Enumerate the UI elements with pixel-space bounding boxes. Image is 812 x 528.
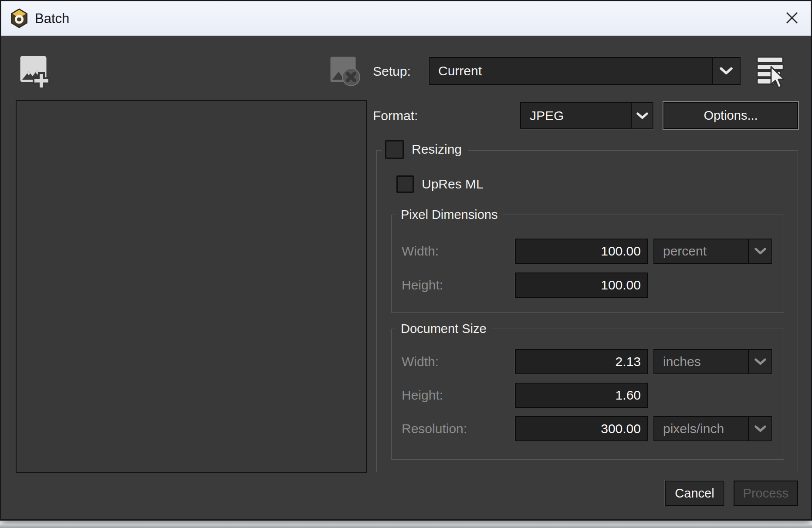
title-bar[interactable] (1, 1, 811, 36)
apply-preset-button[interactable] (754, 55, 788, 90)
page-bottom-edge (0, 525, 812, 528)
format-select-value: JPEG (521, 103, 631, 128)
chevron-down-icon (712, 58, 740, 84)
upres-legend: UpRes ML (393, 175, 490, 193)
options-button[interactable]: Options... (663, 102, 798, 129)
chevron-down-icon (748, 417, 771, 441)
resolution-label: Resolution: (402, 416, 511, 441)
chevron-down-icon (748, 350, 771, 373)
chevron-down-icon (748, 239, 771, 263)
doc-unit-value: inches (654, 350, 748, 373)
file-list-panel[interactable] (16, 100, 367, 473)
document-size-title: Document Size (396, 320, 492, 337)
doc-height-label: Height: (402, 383, 511, 408)
app-logo-icon (10, 8, 28, 28)
process-button: Process (734, 481, 798, 506)
resolution-unit-select[interactable]: pixels/inch (653, 416, 772, 441)
format-label: Format: (373, 102, 434, 129)
pixel-dimensions-title: Pixel Dimensions (396, 206, 503, 223)
remove-files-icon (330, 56, 363, 87)
close-icon (785, 11, 799, 25)
doc-unit-select[interactable]: inches (653, 349, 772, 374)
screenshot-root: Batch Setup: Current (0, 0, 812, 528)
setup-select[interactable]: Current (429, 57, 741, 85)
setup-select-value: Current (430, 58, 712, 84)
setup-label: Setup: (373, 58, 425, 85)
resolution-unit-value: pixels/inch (654, 417, 748, 441)
pixel-height-label: Height: (402, 272, 506, 298)
chevron-down-icon (631, 103, 653, 128)
upres-ml-checkbox[interactable] (396, 175, 414, 193)
close-button[interactable] (781, 7, 803, 29)
doc-height-input[interactable]: 1.60 (515, 383, 648, 408)
remove-files-button (329, 56, 363, 88)
resizing-checkbox[interactable] (385, 140, 404, 159)
pixel-width-input[interactable]: 100.00 (515, 239, 648, 264)
apply-preset-stack-icon (756, 56, 787, 89)
doc-width-label: Width: (402, 349, 511, 374)
resizing-legend: Resizing (382, 139, 468, 159)
doc-width-input[interactable]: 2.13 (515, 349, 648, 374)
window-title: Batch (35, 1, 69, 36)
pixel-unit-select[interactable]: percent (653, 239, 772, 264)
pixel-width-label: Width: (402, 239, 506, 264)
cancel-button[interactable]: Cancel (665, 481, 724, 506)
add-files-button[interactable] (19, 55, 51, 89)
resolution-input[interactable]: 300.00 (515, 416, 648, 441)
pixel-unit-value: percent (654, 239, 748, 263)
add-files-icon (20, 55, 50, 88)
resizing-label: Resizing (412, 142, 462, 157)
upres-ml-label: UpRes ML (422, 177, 484, 192)
format-select[interactable]: JPEG (520, 102, 653, 129)
pixel-height-input[interactable]: 100.00 (515, 272, 648, 298)
